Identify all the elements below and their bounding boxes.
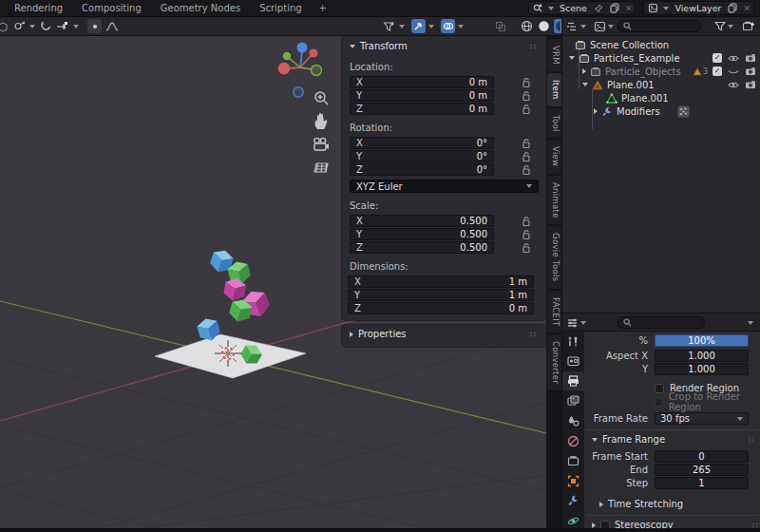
ortho-grid-icon[interactable] (314, 163, 328, 172)
expand-toggle[interactable] (569, 56, 575, 60)
viewlayer-dropdown-caret[interactable] (663, 7, 669, 10)
properties-editor-caret[interactable] (580, 321, 586, 325)
lock-rotation-z-icon[interactable] (522, 164, 531, 176)
navigation-gizmo[interactable] (278, 43, 322, 98)
workspace-tab-scripting[interactable]: Scripting (251, 1, 310, 15)
orientation-caret[interactable] (29, 25, 35, 28)
gizmo-caret[interactable] (428, 25, 434, 28)
frame-range-section-header[interactable]: Frame Range (592, 434, 760, 445)
unlink-scene-icon[interactable]: ✕ (625, 4, 633, 13)
aspect-x-field[interactable]: 1.000 (655, 350, 749, 362)
outliner-row-plane-001-data[interactable]: Plane.001 (562, 91, 760, 104)
properties-collapsed-panel[interactable]: Properties (342, 325, 546, 347)
scale-x-field[interactable]: X0.500 (350, 215, 494, 227)
outliner-filter-caret[interactable] (728, 25, 733, 28)
camera-view-icon[interactable] (314, 138, 329, 150)
dimension-x-field[interactable]: X1 m (348, 276, 534, 288)
eye-open-icon[interactable] (728, 54, 739, 63)
pan-hand-icon[interactable] (315, 113, 328, 129)
scene-dropdown-caret[interactable] (548, 7, 554, 10)
rotation-mode-dropdown[interactable]: XYZ Euler (350, 180, 539, 193)
render-region-checkbox[interactable] (655, 384, 664, 393)
camera-render-icon[interactable] (745, 80, 756, 89)
location-x-field[interactable]: X0 m (350, 76, 494, 88)
workspace-tab-compositing[interactable]: Compositing (73, 1, 150, 15)
outliner-row-modifiers[interactable]: Modifiers (562, 104, 760, 118)
camera-render-icon[interactable] (745, 53, 756, 63)
tab-collection-properties[interactable] (562, 451, 584, 470)
outliner-display-caret[interactable] (608, 25, 614, 28)
object-types-caret[interactable] (399, 25, 405, 28)
shading-wireframe-button[interactable] (520, 19, 534, 33)
expand-toggle[interactable] (582, 83, 588, 86)
workspace-tab-geometry-nodes[interactable]: Geometry Nodes (152, 1, 249, 15)
gizmo-x-neg[interactable] (278, 63, 291, 75)
editor-type-button[interactable] (0, 19, 10, 33)
dimension-z-field[interactable]: Z0 m (348, 302, 534, 314)
outliner-filter-icon[interactable] (714, 21, 726, 31)
properties-search-input[interactable] (618, 316, 705, 329)
show-object-types-icon[interactable] (382, 19, 396, 33)
tab-physics-properties[interactable] (562, 511, 584, 530)
gizmo-z-neg[interactable] (294, 87, 303, 97)
location-z-field[interactable]: Z0 m (350, 103, 494, 115)
lock-location-y-icon[interactable] (522, 90, 531, 102)
zoom-icon[interactable] (315, 92, 328, 104)
new-viewlayer-button[interactable] (727, 2, 739, 14)
frame-start-field[interactable]: 0 (655, 450, 749, 463)
dimension-y-field[interactable]: Y1 m (348, 289, 534, 301)
tab-world-properties[interactable] (562, 431, 584, 450)
gizmo-x-pos[interactable] (309, 48, 317, 57)
tab-scene-properties[interactable] (562, 411, 584, 430)
aspect-y-field[interactable]: 1.000 (655, 363, 749, 375)
location-y-field[interactable]: Y0 m (350, 89, 494, 102)
resolution-percentage-slider[interactable]: 100% (655, 334, 749, 347)
eye-open-icon[interactable] (728, 81, 739, 89)
tab-object-properties[interactable] (562, 471, 584, 490)
properties-options-caret[interactable] (748, 321, 753, 325)
outliner-row-scene-collection[interactable]: Scene Collection (562, 38, 760, 51)
lock-location-z-icon[interactable] (522, 104, 531, 115)
lock-rotation-y-icon[interactable] (522, 151, 531, 162)
show-overlays-button[interactable] (441, 19, 455, 33)
lock-scale-y-icon[interactable] (522, 229, 531, 240)
tab-tool-properties[interactable] (562, 332, 584, 351)
scene-selector[interactable]: Scene ✕ (528, 1, 636, 15)
scene-name[interactable]: Scene (558, 3, 589, 13)
panel-grip-icon[interactable] (748, 437, 757, 443)
lock-scale-x-icon[interactable] (522, 216, 531, 227)
rotation-y-field[interactable]: Y0° (350, 150, 494, 162)
tab-view-layer-properties[interactable] (562, 391, 584, 410)
collection-checkbox[interactable]: ✓ (712, 53, 722, 63)
sidebar-tab-faceit[interactable]: FACEIT (547, 291, 561, 333)
outliner-row-particles-example[interactable]: Particles_Example ✓ (562, 51, 760, 65)
eye-closed-icon[interactable] (728, 67, 739, 76)
viewlayer-name[interactable]: ViewLayer (673, 3, 723, 13)
scale-z-field[interactable]: Z0.500 (350, 241, 494, 254)
outliner-search-input[interactable] (618, 20, 701, 32)
workspace-tab-rendering[interactable]: Rendering (6, 1, 71, 15)
sidebar-tab-animate[interactable]: Animate (547, 176, 561, 225)
transform-orientation-icon[interactable] (12, 19, 27, 33)
lock-scale-z-icon[interactable] (522, 242, 531, 254)
snap-target-icon[interactable] (55, 19, 70, 33)
shading-solid-button[interactable] (537, 19, 551, 33)
sidebar-tab-vrm[interactable]: VRM (547, 39, 561, 71)
tab-modifier-properties[interactable] (562, 491, 584, 510)
frame-step-field[interactable]: 1 (655, 477, 749, 489)
panel-grip-icon[interactable] (529, 332, 539, 337)
gizmo-z-axis[interactable] (297, 43, 308, 53)
toggle-xray-button[interactable] (493, 19, 507, 33)
rotation-z-field[interactable]: Z0° (350, 163, 494, 176)
outliner-row-plane-001-object[interactable]: Plane.001 (562, 78, 760, 91)
gizmo-y-pos[interactable] (312, 66, 322, 76)
camera-render-icon[interactable] (745, 66, 756, 76)
crop-to-render-region-checkbox[interactable] (655, 397, 663, 407)
collection-checkbox[interactable]: ✓ (712, 66, 722, 76)
snap-magnet-icon[interactable] (38, 19, 52, 33)
panel-grip-icon[interactable] (529, 44, 539, 49)
expand-toggle[interactable] (594, 108, 598, 114)
remove-viewlayer-icon[interactable]: ✕ (743, 4, 750, 13)
outliner-display-mode-icon[interactable] (594, 21, 606, 32)
outliner-editor-type-button[interactable] (566, 21, 579, 32)
